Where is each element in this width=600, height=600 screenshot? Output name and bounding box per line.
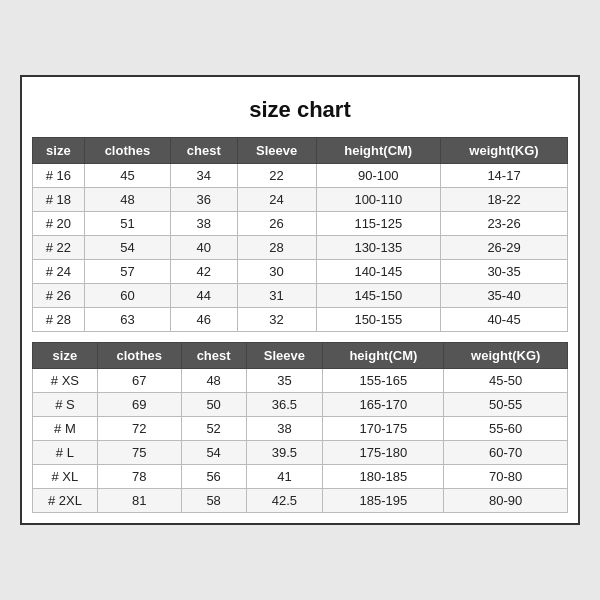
table-cell: 42 <box>171 260 238 284</box>
table-cell: 32 <box>237 308 316 332</box>
table-cell: 145-150 <box>316 284 440 308</box>
table-cell: 150-155 <box>316 308 440 332</box>
table-cell: 90-100 <box>316 164 440 188</box>
table-cell: # 28 <box>33 308 85 332</box>
table-row: # 18483624100-11018-22 <box>33 188 568 212</box>
table2-header-cell: clothes <box>97 343 181 369</box>
table-cell: 63 <box>84 308 170 332</box>
table-row: # 28634632150-15540-45 <box>33 308 568 332</box>
table-row: # M725238170-17555-60 <box>33 417 568 441</box>
table-cell: 30 <box>237 260 316 284</box>
table-cell: 34 <box>171 164 238 188</box>
table-cell: # L <box>33 441 98 465</box>
table-cell: 26-29 <box>441 236 568 260</box>
size-chart: size chart sizeclotheschestSleeveheight(… <box>20 75 580 525</box>
table-cell: 140-145 <box>316 260 440 284</box>
table-cell: 170-175 <box>323 417 444 441</box>
table-cell: 48 <box>181 369 246 393</box>
chart-title: size chart <box>32 87 568 137</box>
table-row: # S695036.5165-17050-55 <box>33 393 568 417</box>
table-row: # XS674835155-16545-50 <box>33 369 568 393</box>
table-row: # 2XL815842.5185-19580-90 <box>33 489 568 513</box>
table-cell: 57 <box>84 260 170 284</box>
table-cell: 55-60 <box>444 417 568 441</box>
table2-header-row: sizeclotheschestSleeveheight(CM)weight(K… <box>33 343 568 369</box>
table-cell: 100-110 <box>316 188 440 212</box>
table-cell: 38 <box>171 212 238 236</box>
table1-header-cell: weight(KG) <box>441 138 568 164</box>
table-cell: # 26 <box>33 284 85 308</box>
table-cell: 36 <box>171 188 238 212</box>
table-cell: 175-180 <box>323 441 444 465</box>
table2-header-cell: height(CM) <box>323 343 444 369</box>
table-cell: 30-35 <box>441 260 568 284</box>
table-cell: 130-135 <box>316 236 440 260</box>
table1-header-cell: Sleeve <box>237 138 316 164</box>
table-cell: 35-40 <box>441 284 568 308</box>
table1-header-cell: height(CM) <box>316 138 440 164</box>
table-row: # L755439.5175-18060-70 <box>33 441 568 465</box>
table-cell: 81 <box>97 489 181 513</box>
table-cell: 42.5 <box>246 489 323 513</box>
table-children: sizeclotheschestSleeveheight(CM)weight(K… <box>32 137 568 332</box>
table-cell: # 2XL <box>33 489 98 513</box>
table1-header-cell: clothes <box>84 138 170 164</box>
table-cell: 40 <box>171 236 238 260</box>
table-cell: 50-55 <box>444 393 568 417</box>
table2-header-cell: size <box>33 343 98 369</box>
table-row: # 22544028130-13526-29 <box>33 236 568 260</box>
table-cell: 69 <box>97 393 181 417</box>
table-cell: 115-125 <box>316 212 440 236</box>
table-row: # 26604431145-15035-40 <box>33 284 568 308</box>
table-cell: 58 <box>181 489 246 513</box>
table-cell: 38 <box>246 417 323 441</box>
table-cell: 22 <box>237 164 316 188</box>
table-cell: 70-80 <box>444 465 568 489</box>
table2-header-cell: weight(KG) <box>444 343 568 369</box>
table-cell: # M <box>33 417 98 441</box>
table-cell: 155-165 <box>323 369 444 393</box>
table-cell: 18-22 <box>441 188 568 212</box>
table-cell: 72 <box>97 417 181 441</box>
table-cell: 50 <box>181 393 246 417</box>
table-cell: 75 <box>97 441 181 465</box>
table-cell: 46 <box>171 308 238 332</box>
table-cell: # 22 <box>33 236 85 260</box>
table-cell: 35 <box>246 369 323 393</box>
table-cell: 78 <box>97 465 181 489</box>
table-cell: 60-70 <box>444 441 568 465</box>
table-row: # 20513826115-12523-26 <box>33 212 568 236</box>
table-cell: # 18 <box>33 188 85 212</box>
table-cell: 54 <box>181 441 246 465</box>
table1-header-cell: size <box>33 138 85 164</box>
table-cell: 67 <box>97 369 181 393</box>
table-cell: # S <box>33 393 98 417</box>
table-cell: 24 <box>237 188 316 212</box>
table-cell: 180-185 <box>323 465 444 489</box>
table-cell: # 16 <box>33 164 85 188</box>
table-cell: 60 <box>84 284 170 308</box>
table-cell: # 20 <box>33 212 85 236</box>
table-cell: 56 <box>181 465 246 489</box>
table-adults: sizeclotheschestSleeveheight(CM)weight(K… <box>32 342 568 513</box>
table-cell: 31 <box>237 284 316 308</box>
table2-header-cell: Sleeve <box>246 343 323 369</box>
table-cell: 23-26 <box>441 212 568 236</box>
table-cell: 39.5 <box>246 441 323 465</box>
table1-header-row: sizeclotheschestSleeveheight(CM)weight(K… <box>33 138 568 164</box>
table-cell: 54 <box>84 236 170 260</box>
table-cell: 26 <box>237 212 316 236</box>
table-cell: 80-90 <box>444 489 568 513</box>
table-cell: 36.5 <box>246 393 323 417</box>
table-cell: 45-50 <box>444 369 568 393</box>
table-cell: 48 <box>84 188 170 212</box>
table-cell: 165-170 <box>323 393 444 417</box>
table-cell: # XL <box>33 465 98 489</box>
table-cell: 14-17 <box>441 164 568 188</box>
table1-header-cell: chest <box>171 138 238 164</box>
table-cell: 51 <box>84 212 170 236</box>
table-cell: 45 <box>84 164 170 188</box>
table2-header-cell: chest <box>181 343 246 369</box>
table-row: # 24574230140-14530-35 <box>33 260 568 284</box>
table-cell: 28 <box>237 236 316 260</box>
